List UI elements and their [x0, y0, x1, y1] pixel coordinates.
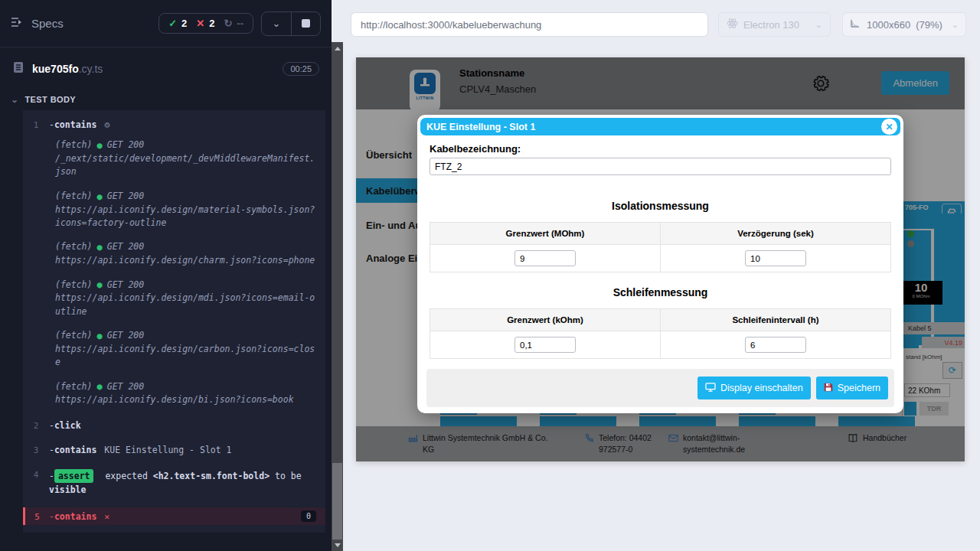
stat-failed: ✕ 2	[196, 18, 214, 29]
chevron-down-icon: ⌄	[815, 20, 822, 30]
fetch-url: https://api.iconify.design/carbon.json?i…	[55, 343, 316, 370]
stat-pending: ↻ --	[224, 18, 243, 29]
test-body-label: TEST BODY	[24, 95, 76, 104]
isolation-table: Grenzwert (MOhm) Verzögerung (sek)	[430, 222, 891, 272]
reporter-scrollbar[interactable]	[332, 42, 343, 551]
assert-badge: assert	[54, 469, 94, 483]
schleifenintervall-input[interactable]	[745, 337, 806, 353]
command-contains-failed[interactable]: 5 -contains✕ 0	[23, 507, 325, 525]
command-log: 1 -contains⚙ (fetch) ● GET 200 /_next/st…	[23, 110, 325, 533]
cross-icon: ✕	[196, 18, 204, 29]
stage-area: Electron 130 ⌄ 1000x660 (79%) ⌄ Stations…	[343, 0, 980, 551]
reporter-header: Specs ✓ 2 ✕ 2 ↻ -- ⌄	[0, 0, 332, 47]
assert-selector: <h2.text-sm.font-bold>	[153, 471, 270, 481]
chevron-down-icon: ⌄	[11, 97, 18, 102]
status-dot-icon: ●	[96, 240, 102, 254]
cypress-reporter-panel: Specs ✓ 2 ✕ 2 ↻ -- ⌄	[0, 0, 332, 551]
scroll-up-icon[interactable]	[332, 44, 343, 53]
fail-count-badge: 0	[301, 510, 316, 522]
command-contains-1[interactable]: 1 -contains⚙	[23, 116, 325, 133]
speichern-button[interactable]: Speichern	[816, 377, 888, 399]
kabelbezeichnung-input[interactable]	[430, 158, 891, 175]
url-input[interactable]	[351, 12, 708, 37]
specs-menu-icon	[11, 17, 24, 31]
monitor-icon	[705, 383, 716, 394]
spec-row[interactable]: kue705fo.cy.ts 00:25	[0, 47, 332, 90]
check-icon: ✓	[168, 18, 177, 29]
verzoegerung-input[interactable]	[745, 250, 806, 266]
command-assert[interactable]: 4 -assert expected <h2.text-sm.font-bold…	[23, 466, 325, 500]
chevron-down-icon: ⌄	[952, 20, 959, 30]
gear-icon: ⚙	[104, 119, 109, 130]
pending-icon: ↻	[224, 18, 232, 29]
run-controls: ⌄	[261, 11, 321, 36]
viewport-select[interactable]: 1000x660 (79%) ⌄	[842, 12, 966, 37]
chevron-down-icon: ⌄	[273, 18, 281, 29]
electron-icon	[727, 18, 738, 31]
cypress-toolbar: Electron 130 ⌄ 1000x660 (79%) ⌄	[343, 0, 980, 49]
schleifenmessung-title: Schleifenmessung	[430, 286, 891, 298]
stop-button[interactable]	[291, 12, 320, 35]
schleifen-table: Grenzwert (kOhm) Schleifenintervall (h)	[430, 308, 891, 359]
grenzwert-mohm-input[interactable]	[514, 250, 576, 266]
scroll-down-icon[interactable]	[332, 540, 343, 549]
spec-file-icon	[12, 61, 24, 77]
status-dot-icon: ●	[96, 139, 102, 152]
command-click[interactable]: 2 -click	[23, 417, 325, 434]
modal-body: Kabelbezeichnung: Isolationsmessung Gren…	[420, 135, 900, 359]
viewport-size: 1000x660	[867, 19, 910, 31]
modal-header: KUE Einstellung - Slot 1 ✕	[420, 118, 900, 135]
test-stats: ✓ 2 ✕ 2 ↻ --	[158, 13, 253, 34]
browser-name: Electron 130	[743, 19, 799, 31]
test-body-header[interactable]: ⌄ TEST BODY	[0, 90, 332, 110]
collapse-button[interactable]: ⌄	[262, 12, 291, 35]
spec-name: kue705fo.cy.ts	[32, 63, 103, 75]
col-verzoegerung: Verzögerung (sek)	[661, 223, 891, 245]
fetch-url: https://api.iconify.design/charm.json?ic…	[55, 254, 316, 267]
fetch-log[interactable]: (fetch) ● GET 200 https://api.iconify.de…	[23, 272, 325, 324]
save-floppy-icon	[824, 383, 833, 394]
status-dot-icon: ●	[96, 190, 102, 204]
grenzwert-kohm-input[interactable]	[514, 337, 576, 353]
browser-select[interactable]: Electron 130 ⌄	[718, 12, 831, 37]
col-grenzwert-kohm: Grenzwert (kOhm)	[430, 309, 661, 331]
fail-x-icon: ✕	[104, 511, 109, 522]
viewport-zoom: (79%)	[916, 19, 942, 31]
fetch-log[interactable]: (fetch) ● GET 200 /_next/static/developm…	[23, 133, 325, 184]
status-dot-icon: ●	[96, 380, 102, 393]
stat-passed: ✓ 2	[168, 18, 187, 29]
modal-footer: Display einschalten Speichern	[426, 369, 894, 407]
scrollbar-thumb[interactable]	[332, 463, 342, 540]
fetch-log[interactable]: (fetch) ● GET 200 https://api.iconify.de…	[23, 235, 325, 272]
fetch-url: https://api.iconify.design/bi.json?icons…	[55, 393, 316, 406]
ruler-icon	[850, 18, 861, 31]
specs-toggle[interactable]: Specs	[11, 17, 64, 31]
fetch-url: /_next/static/development/_devMiddleware…	[55, 152, 316, 179]
stop-icon	[302, 19, 310, 28]
contains-arg: KUE Einstellung - Slot 1	[104, 445, 231, 455]
isolationsmessung-title: Isolationsmessung	[430, 200, 891, 212]
fetch-log[interactable]: (fetch) ● GET 200 https://api.iconify.de…	[23, 184, 325, 236]
specs-label: Specs	[31, 17, 64, 30]
command-contains-3[interactable]: 3 -containsKUE Einstellung - Slot 1	[23, 442, 325, 458]
kue-settings-modal: KUE Einstellung - Slot 1 ✕ Kabelbezeichn…	[417, 115, 903, 413]
fetch-log[interactable]: (fetch) ● GET 200 https://api.iconify.de…	[23, 324, 325, 375]
spec-duration: 00:25	[283, 62, 319, 76]
fetch-url: https://api.iconify.design/material-symb…	[55, 204, 316, 230]
display-einschalten-button[interactable]: Display einschalten	[697, 377, 811, 399]
fetch-url: https://api.iconify.design/mdi.json?icon…	[55, 292, 316, 318]
app-under-test: Stationsname CPLV4_Maschen Abmelden LITT…	[356, 57, 965, 461]
col-grenzwert-mohm: Grenzwert (MOhm)	[430, 223, 661, 245]
modal-title: KUE Einstellung - Slot 1	[426, 122, 535, 132]
status-dot-icon: ●	[96, 278, 102, 292]
status-dot-icon: ●	[96, 329, 102, 343]
close-icon[interactable]: ✕	[881, 119, 897, 135]
fetch-log[interactable]: (fetch) ● GET 200 https://api.iconify.de…	[23, 374, 325, 412]
col-schleifenintervall: Schleifenintervall (h)	[661, 309, 891, 331]
kabelbezeichnung-label: Kabelbezeichnung:	[430, 143, 891, 155]
